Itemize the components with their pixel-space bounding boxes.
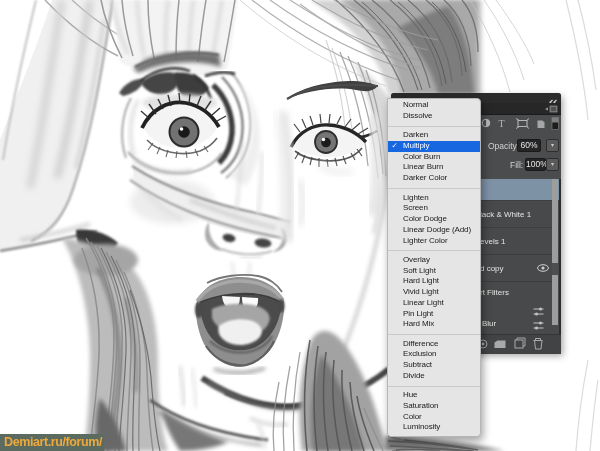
svg-text:T: T	[499, 118, 505, 129]
